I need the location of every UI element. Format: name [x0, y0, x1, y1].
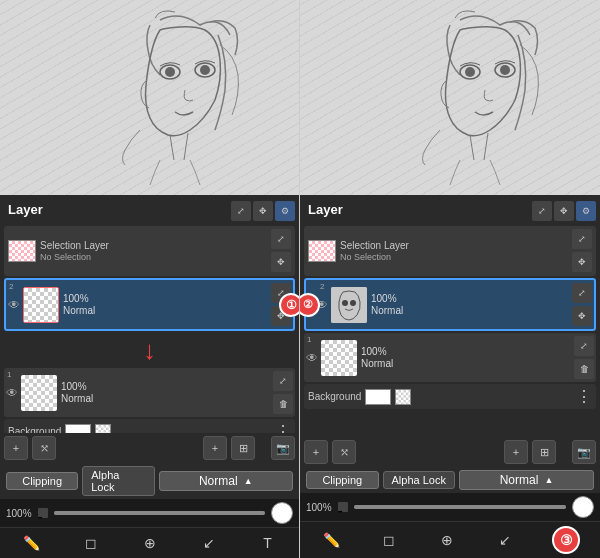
percent-label-1: 100% — [6, 508, 32, 519]
pencil-tool-1[interactable]: ✏️ — [21, 532, 43, 554]
l1-icon1-2[interactable]: ⤢ — [574, 336, 594, 356]
merge-btn-2[interactable]: ⤲ — [332, 440, 356, 464]
layer-group-btn-1[interactable]: ⊞ — [231, 436, 255, 460]
l1-icon1[interactable]: ⤢ — [273, 371, 293, 391]
mode-label-2: Normal — [500, 473, 539, 487]
settings-icon-2[interactable]: ⚙ — [576, 201, 596, 221]
alpha-lock-btn-2[interactable]: Alpha Lock — [383, 471, 456, 489]
settings-icon-1[interactable]: ⚙ — [275, 201, 295, 221]
svg-rect-8 — [331, 287, 367, 323]
sel-icon2[interactable]: ✥ — [271, 252, 291, 272]
layer-1-eye-2[interactable]: 👁 — [306, 351, 318, 365]
l2-icon1-2[interactable]: ⤢ — [572, 283, 592, 303]
camera-btn-2[interactable]: 📷 — [572, 440, 596, 464]
add-layer-btn-1[interactable]: + — [4, 436, 28, 460]
add-layer-2-btn-1[interactable]: + — [203, 436, 227, 460]
select-tool-2[interactable]: ↙ — [494, 529, 516, 551]
layer-1-eye[interactable]: 👁 — [6, 386, 18, 400]
circle-1: ① — [279, 293, 299, 317]
circle-2: ② — [300, 293, 320, 317]
no-selection-label-2: No Selection — [340, 252, 570, 262]
selection-label-1: Selection Layer — [40, 240, 269, 251]
svg-point-6 — [465, 67, 475, 77]
sel2-icon1[interactable]: ⤢ — [572, 229, 592, 249]
more-icon-1[interactable]: ⋮ — [275, 422, 291, 433]
mode-row-1: Clipping Alpha Lock Normal ▲ — [0, 463, 299, 499]
l2-icon2-2[interactable]: ✥ — [572, 306, 592, 326]
clipping-label-1: Clipping — [22, 475, 62, 487]
l1-trash-2[interactable]: 🗑 — [574, 359, 594, 379]
layer-title-2: Layer — [304, 199, 347, 222]
circle-3: ③ — [552, 526, 580, 554]
text-tool-1[interactable]: T — [257, 532, 279, 554]
bg-swatch-1 — [65, 424, 91, 434]
more-icon-2[interactable]: ⋮ — [576, 387, 592, 406]
move-icon-1[interactable]: ✥ — [253, 201, 273, 221]
toolbar-1: + ⤲ + ⊞ 📷 — [0, 433, 299, 463]
sel-icon1[interactable]: ⤢ — [271, 229, 291, 249]
mode-selector-1[interactable]: Normal ▲ — [159, 471, 294, 491]
layer-2-eye[interactable]: 👁 — [8, 298, 20, 312]
layer-1-info: 100% Normal — [61, 381, 93, 404]
bg-swatch-2 — [365, 389, 391, 405]
l1-trash[interactable]: 🗑 — [273, 394, 293, 414]
layer-1-num-2: 1 — [307, 335, 311, 344]
eraser-tool-2[interactable]: ◻ — [378, 529, 400, 551]
layers-area-2: Layer ⤢ ✥ ⚙ Selection Layer No Selection — [300, 195, 600, 437]
move-icon-2[interactable]: ✥ — [554, 201, 574, 221]
layer-2-row-1[interactable]: 2 👁 100% Normal ① ⤢ ✥ — [4, 278, 295, 331]
eraser-tool-1[interactable]: ◻ — [80, 532, 102, 554]
mode-chevron-2: ▲ — [544, 475, 553, 485]
bg-label-2: Background — [308, 391, 361, 402]
sel2-icon2[interactable]: ✥ — [572, 252, 592, 272]
percent-fill-1 — [54, 511, 265, 515]
eraser-icon-1: ◻ — [80, 532, 102, 554]
layer-group-btn-2[interactable]: ⊞ — [532, 440, 556, 464]
percent-minus-1[interactable]: - — [38, 508, 48, 518]
bottom-tools-1: ✏️ ◻ ⊕ ↙ T — [0, 527, 299, 558]
mode-row-2: Clipping Alpha Lock Normal ▲ — [300, 467, 600, 493]
background-row-1: Background ⋮ — [4, 419, 295, 433]
percent-minus-2[interactable]: - — [338, 502, 348, 512]
percent-slider-1[interactable] — [54, 511, 265, 515]
mode-selector-2[interactable]: Normal ▲ — [459, 470, 594, 490]
down-arrow-tool-2[interactable]: ③ — [552, 526, 580, 554]
add-layer-btn-2[interactable]: + — [304, 440, 328, 464]
layer-1-thumb-2 — [321, 340, 357, 376]
move-tool-2[interactable]: ⊕ — [436, 529, 458, 551]
select-tool-1[interactable]: ↙ — [198, 532, 220, 554]
pencil-icon-2: ✏️ — [320, 529, 342, 551]
clipping-btn-2[interactable]: Clipping — [306, 471, 379, 489]
no-selection-label-1: No Selection — [40, 252, 269, 262]
toolbar-2: + ⤲ + ⊞ 📷 — [300, 437, 600, 467]
percent-circle-2[interactable] — [572, 496, 594, 518]
layer-1-num: 1 — [7, 370, 11, 379]
transform-icon-2[interactable]: ⤢ — [532, 201, 552, 221]
percent-row-1: 100% - — [0, 499, 299, 527]
clipping-btn-1[interactable]: Clipping — [6, 472, 78, 490]
layer-2-row-2[interactable]: ② 2 👁 100% Normal — [304, 278, 596, 331]
percent-slider-2[interactable] — [354, 505, 566, 509]
percent-circle-1[interactable] — [271, 502, 293, 524]
camera-btn-1[interactable]: 📷 — [271, 436, 295, 460]
alpha-lock-btn-1[interactable]: Alpha Lock — [82, 466, 154, 496]
layer-2-thumb — [23, 287, 59, 323]
move-tool-1[interactable]: ⊕ — [139, 532, 161, 554]
add-layer-2-btn-2[interactable]: + — [504, 440, 528, 464]
selection-layer-row-2: Selection Layer No Selection ⤢ ✥ — [304, 226, 596, 276]
svg-point-7 — [500, 65, 510, 75]
background-row-2: Background ⋮ — [304, 384, 596, 409]
pencil-tool-2[interactable]: ✏️ — [320, 529, 342, 551]
layer-2-thumb-2 — [331, 287, 367, 323]
transform-icon-1[interactable]: ⤢ — [231, 201, 251, 221]
layer-title-1: Layer — [4, 199, 47, 222]
merge-btn-1[interactable]: ⤲ — [32, 436, 56, 460]
layer-1-row-2[interactable]: 1 👁 100% Normal ⤢ 🗑 — [304, 333, 596, 382]
move-icon-t1: ⊕ — [139, 532, 161, 554]
bottom-tools-2: ✏️ ◻ ⊕ ↙ ③ — [300, 521, 600, 558]
red-arrow-1: ↓ — [143, 335, 156, 366]
pencil-icon-1: ✏️ — [21, 532, 43, 554]
layer-1-row-1[interactable]: 1 👁 100% Normal ⤢ 🗑 — [4, 368, 295, 417]
layer-1-thumb — [21, 375, 57, 411]
selection-thumb-2 — [308, 240, 336, 262]
